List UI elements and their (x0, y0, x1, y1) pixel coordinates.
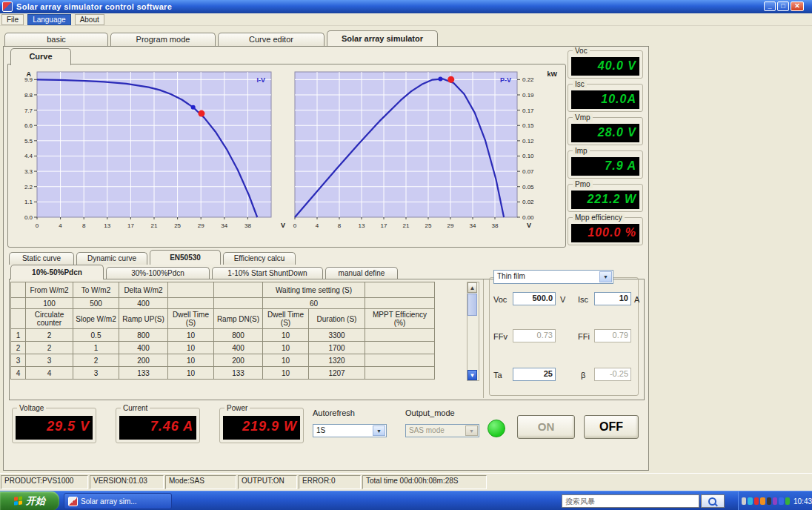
table-cell[interactable]: 1320 (309, 354, 365, 367)
table-cell[interactable]: 800 (214, 329, 263, 342)
subtab-30-100-pdcn[interactable]: 30%-100%Pdcn (106, 267, 210, 279)
table-cell: To W/m2 (73, 282, 119, 298)
table-cell[interactable]: 400 (214, 342, 263, 354)
table-cell[interactable]: 4 (26, 367, 73, 380)
tab-dynamic-curve[interactable]: Dynamic curve (76, 252, 147, 265)
maximize-button[interactable]: □ (777, 1, 789, 11)
table-cell-empty[interactable] (365, 354, 435, 367)
svg-text:0.19: 0.19 (522, 92, 534, 99)
tab-solar-array-simulator[interactable]: Solar array simulator (327, 30, 438, 46)
table-cell[interactable]: 10 (168, 329, 214, 342)
scroll-up-icon[interactable]: ▲ (467, 282, 477, 293)
table-row: 120.580010800103300 (11, 329, 435, 342)
svg-text:0.05: 0.05 (522, 184, 534, 191)
table-cell[interactable]: 10 (263, 342, 309, 354)
table-cell[interactable]: 2 (26, 329, 73, 342)
on-button[interactable]: ON (517, 415, 575, 439)
table-cell[interactable]: 1 (73, 342, 119, 354)
svg-text:17: 17 (127, 222, 134, 229)
ta-param-label: Ta (493, 371, 502, 380)
table-cell[interactable]: 0.5 (73, 329, 119, 342)
start-button[interactable]: 开始 (0, 491, 59, 510)
off-button[interactable]: OFF (584, 415, 639, 439)
tab-program-mode[interactable]: Program mode (110, 33, 216, 46)
svg-text:0.02: 0.02 (522, 199, 534, 205)
shield-blue-icon[interactable] (779, 497, 783, 505)
table-cell-empty[interactable] (365, 367, 435, 380)
table-cell[interactable]: 60 (263, 298, 365, 309)
antivirus-icon[interactable] (754, 497, 759, 505)
measure-label: Pmo (573, 180, 593, 188)
tab-curve-editor[interactable]: Curve editor (218, 33, 325, 46)
table-cell-empty (11, 282, 26, 298)
alert-icon[interactable] (760, 497, 765, 505)
table-cell[interactable]: 10 (263, 329, 309, 342)
table-cell[interactable]: 10 (168, 354, 214, 367)
subtab-manual-define[interactable]: manual define (325, 267, 398, 279)
table-cell: Delta W/m2 (119, 282, 168, 298)
table-scrollbar[interactable]: ▲ ▼ (467, 282, 479, 381)
table-cell[interactable]: 3 (26, 354, 73, 367)
table-cell[interactable]: 133 (119, 367, 168, 380)
tab-efficiency-calcu[interactable]: Efficiency calcu (223, 252, 296, 265)
table-cell[interactable]: 2 (73, 354, 119, 367)
messenger-icon[interactable] (773, 497, 777, 505)
table-cell[interactable]: 1207 (309, 367, 365, 380)
table-cell[interactable]: 400 (119, 298, 168, 309)
menu-language[interactable]: Language (27, 14, 71, 25)
voc-unit-label: V (560, 295, 565, 304)
table-cell[interactable]: 500 (73, 298, 119, 309)
table-cell-empty[interactable] (365, 342, 435, 354)
voc-param-input[interactable]: 500.0 (513, 292, 556, 305)
table-cell[interactable]: 10 (168, 367, 214, 380)
table-cell[interactable]: 200 (119, 354, 168, 367)
table-cell[interactable]: 10 (168, 342, 214, 354)
network-icon[interactable] (742, 497, 746, 505)
scroll-thumb[interactable] (467, 294, 477, 316)
taskbar-item-solar-app[interactable]: Solar array sim... (64, 493, 172, 509)
output-status-indicator (487, 420, 505, 437)
tab-static-curve[interactable]: Static curve (9, 252, 74, 265)
menu-about[interactable]: About (75, 14, 104, 25)
output-mode-dropdown: SAS mode ▼ (405, 424, 479, 437)
tab-basic[interactable]: basic (4, 33, 108, 46)
measure-isc: Isc10.0A (568, 84, 643, 112)
shield-green-icon[interactable] (785, 497, 790, 505)
autorefresh-dropdown[interactable]: 1S ▼ (313, 424, 387, 437)
table-cell[interactable]: 10 (263, 367, 309, 380)
table-cell[interactable]: 200 (214, 354, 263, 367)
audio-icon[interactable] (748, 497, 752, 505)
measure-vmp: Vmp28.0 V (568, 117, 643, 145)
isc-param-input[interactable]: 10 (594, 292, 631, 305)
search-input[interactable]: 搜索风暴 (562, 494, 699, 508)
ime-icon[interactable] (767, 497, 771, 505)
scroll-down-icon[interactable]: ▼ (467, 370, 477, 380)
table-cell[interactable]: 133 (214, 367, 263, 380)
voltage-display: 29.5 V (16, 416, 93, 440)
table-cell[interactable]: 400 (119, 342, 168, 354)
search-button[interactable] (701, 494, 725, 508)
minimize-button[interactable]: _ (764, 1, 776, 11)
chevron-down-icon[interactable]: ▼ (599, 271, 612, 282)
chevron-down-icon[interactable]: ▼ (373, 425, 385, 436)
menu-file[interactable]: File (1, 14, 24, 25)
table-cell[interactable]: 10 (263, 354, 309, 367)
profile-dropdown[interactable]: Thin film ▼ (493, 270, 613, 284)
taskbar-clock: 10:43 (793, 497, 812, 506)
table-cell[interactable]: 3300 (309, 329, 365, 342)
measure-voc: Voc40.0 V (568, 50, 643, 79)
close-button[interactable]: ✕ (791, 1, 804, 11)
tab-en50530[interactable]: EN50530 (150, 250, 221, 265)
table-cell[interactable]: 1700 (309, 342, 365, 354)
table-cell[interactable]: 800 (119, 329, 168, 342)
svg-text:0.10: 0.10 (522, 153, 534, 159)
tab-curve[interactable]: Curve (10, 48, 71, 65)
sub-tab-strip: 10%-50%Pdcn30%-100%Pdcn1-10% Start Shunt… (10, 265, 400, 279)
table-cell[interactable]: 2 (26, 342, 73, 354)
subtab-10-50-pdcn[interactable]: 10%-50%Pdcn (10, 265, 104, 279)
ta-param-input[interactable]: 25 (513, 368, 556, 381)
subtab-1-10-start-shuntdown[interactable]: 1-10% Start ShuntDown (212, 267, 323, 279)
table-cell[interactable]: 3 (73, 367, 119, 380)
table-cell-empty[interactable] (365, 329, 435, 342)
table-cell[interactable]: 100 (26, 298, 73, 309)
